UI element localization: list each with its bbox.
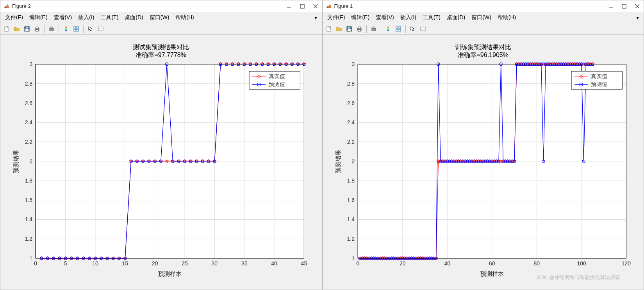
menu-item-2[interactable]: 查看(V) — [52, 13, 75, 22]
x-tick-label: 0 — [356, 260, 359, 267]
menu-item-2[interactable]: 查看(V) — [373, 13, 396, 22]
linked-icon — [73, 26, 79, 32]
y-tick-label: 1.2 — [25, 236, 33, 242]
toolbar-new-button[interactable] — [2, 24, 11, 34]
svg-rect-145 — [348, 29, 351, 31]
y-axis-label: 预测结果 — [12, 150, 19, 173]
window-max-button[interactable] — [621, 3, 627, 9]
y-tick-label: 2.2 — [25, 139, 33, 145]
toolbar-cursor-button[interactable] — [408, 24, 417, 34]
svg-rect-15 — [65, 30, 67, 31]
menu-item-3[interactable]: 插入(I) — [76, 13, 96, 22]
y-tick-label: 2.4 — [347, 119, 355, 125]
toolbar-open-button[interactable] — [334, 24, 344, 34]
svg-rect-148 — [358, 27, 360, 29]
figure-window-fig1: Figure 1文件(F)编辑(E)查看(V)插入(I)工具(T)桌面(D)窗口… — [322, 0, 644, 290]
print-icon — [34, 26, 40, 32]
x-tick-label: 15 — [122, 260, 128, 267]
data-inspect-icon — [98, 26, 104, 32]
toolbar-colorbar-button[interactable] — [384, 24, 393, 34]
toolbar-open-button[interactable] — [12, 24, 21, 34]
menu-item-0[interactable]: 文件(F) — [325, 13, 348, 22]
titlebar: Figure 1 — [323, 0, 644, 12]
legend-truth-label: 真实值 — [591, 73, 607, 79]
cursor-icon — [410, 26, 416, 32]
x-tick-label: 25 — [182, 260, 188, 267]
svg-rect-154 — [387, 28, 389, 29]
y-tick-label: 3 — [351, 61, 355, 67]
legend-pred-label: 预测值 — [591, 81, 607, 87]
toolbar-separator — [405, 25, 406, 33]
menu-item-7[interactable]: 帮助(H) — [173, 13, 196, 22]
window-max-button[interactable] — [299, 3, 305, 9]
chart-title: 测试集预测结果对比 — [133, 43, 189, 50]
x-tick-label: 20 — [399, 260, 405, 267]
menu-item-0[interactable]: 文件(F) — [3, 13, 25, 22]
x-tick-label: 80 — [533, 260, 540, 267]
menu-item-1[interactable]: 编辑(E) — [27, 13, 50, 22]
svg-rect-10 — [50, 27, 53, 29]
toolbar-print-fig-button[interactable] — [369, 24, 378, 34]
toolbar-print-button[interactable] — [355, 24, 364, 34]
menu-item-3[interactable]: 插入(I) — [398, 13, 419, 22]
x-tick-label: 100 — [577, 260, 586, 267]
y-tick-label: 1 — [351, 255, 355, 261]
y-tick-label: 2.6 — [347, 100, 355, 106]
svg-rect-11 — [65, 27, 67, 27]
svg-rect-153 — [387, 27, 389, 28]
toolbar-separator — [381, 25, 381, 33]
toolbar-save-button[interactable] — [344, 24, 354, 34]
svg-rect-5 — [26, 27, 28, 29]
window-buttons — [286, 3, 319, 9]
toolbar-print-fig-button[interactable] — [47, 24, 56, 34]
toolbar-linked-button[interactable] — [71, 24, 81, 34]
window-title: Figure 2 — [12, 3, 286, 9]
colorbar-icon — [385, 26, 391, 32]
legend-pred-label: 预测值 — [269, 81, 285, 87]
menu-item-4[interactable]: 工具(T) — [98, 13, 121, 22]
menu-item-7[interactable]: 帮助(H) — [495, 13, 518, 22]
menu-overflow-icon[interactable]: ▾ — [312, 14, 319, 21]
y-axis-label: 预测结果 — [335, 150, 341, 173]
save-icon — [346, 26, 352, 32]
toolbar-colorbar-button[interactable] — [61, 24, 71, 34]
menu-item-5[interactable]: 桌面(D) — [122, 13, 145, 22]
toolbar-separator — [59, 25, 59, 33]
menu-item-6[interactable]: 窗口(W) — [147, 13, 172, 22]
x-tick-label: 120 — [621, 260, 631, 267]
menu-item-1[interactable]: 编辑(E) — [349, 13, 372, 22]
titlebar: Figure 2 — [0, 0, 322, 12]
toolbar-data-inspect-button[interactable] — [418, 24, 428, 34]
y-tick-label: 1 — [29, 255, 32, 261]
new-icon — [4, 26, 10, 32]
x-tick-label: 45 — [301, 260, 307, 267]
svg-rect-16 — [74, 27, 76, 29]
toolbar-linked-button[interactable] — [394, 24, 403, 34]
menu-overflow-icon[interactable]: ▾ — [634, 14, 641, 21]
toolbar-cursor-button[interactable] — [86, 24, 95, 34]
svg-rect-142 — [622, 4, 626, 8]
x-tick-label: 0 — [34, 260, 37, 267]
print-fig-icon — [371, 26, 377, 32]
x-tick-label: 30 — [212, 260, 218, 267]
svg-rect-149 — [358, 30, 360, 31]
menubar: 文件(F)编辑(E)查看(V)插入(I)工具(T)桌面(D)窗口(W)帮助(H)… — [323, 12, 644, 23]
x-tick-label: 35 — [241, 260, 248, 267]
window-min-button[interactable] — [286, 3, 292, 9]
window-close-button[interactable] — [634, 3, 640, 9]
menu-item-5[interactable]: 桌面(D) — [444, 13, 467, 22]
menu-item-6[interactable]: 窗口(W) — [469, 13, 494, 22]
menu-item-4[interactable]: 工具(T) — [420, 13, 443, 22]
x-tick-label: 60 — [489, 260, 495, 267]
toolbar-save-button[interactable] — [22, 24, 32, 34]
window-close-button[interactable] — [312, 3, 319, 9]
toolbar-data-inspect-button[interactable] — [96, 24, 105, 34]
toolbar-new-button[interactable] — [324, 24, 334, 34]
cursor-icon — [87, 26, 94, 32]
window-min-button[interactable] — [608, 3, 614, 9]
toolbar-print-button[interactable] — [32, 24, 42, 34]
svg-rect-157 — [396, 27, 398, 29]
matlab-icon — [4, 3, 10, 9]
plot-area: 02040608010012011.21.41.61.822.22.42.62.… — [323, 35, 644, 290]
print-fig-icon — [48, 26, 55, 32]
